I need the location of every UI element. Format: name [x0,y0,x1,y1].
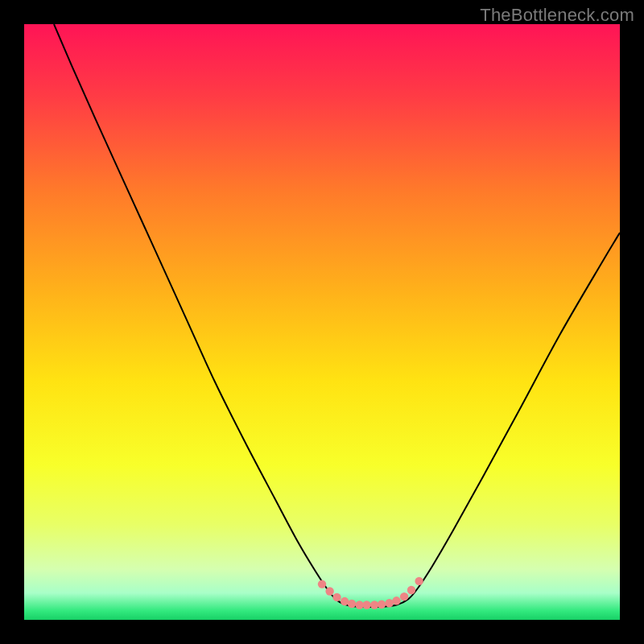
plot-area [24,24,620,620]
chart-svg [24,24,620,620]
flat-zone-dot [348,600,356,608]
flat-zone-dot [378,601,386,609]
flat-zone-dot [332,593,341,601]
gradient-background [24,24,620,620]
flat-zone-dot [370,601,378,609]
flat-zone-dot [415,577,423,585]
flat-zone-dot [355,601,363,609]
flat-zone-dot [362,601,370,609]
flat-zone-dot [392,597,400,605]
flat-zone-dot [325,587,333,595]
flat-zone-dot [407,586,415,594]
flat-zone-dot [341,597,349,605]
watermark-text: TheBottleneck.com [480,5,634,26]
flat-zone-dot [385,599,393,607]
flat-zone-dot [318,580,326,588]
flat-zone-dot [400,592,408,601]
chart-frame: TheBottleneck.com [0,0,644,644]
